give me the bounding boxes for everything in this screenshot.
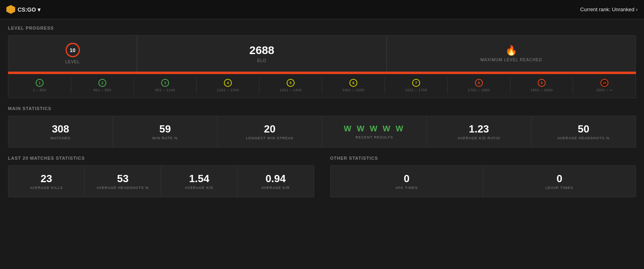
tier-10-range: 2001 – ∞ [596,88,612,92]
kd-ratio-value: 1.23 [469,124,489,134]
other-statistics-section: OTHER STATISTICS 0 AFK TIMES 0 LEAVE TIM… [330,156,636,197]
level-progress-title: LEVEL PROGRESS [8,26,636,30]
last20-kr-label: AVERAGE K/R [261,186,290,190]
tier-5-range: 1251 – 1400 [279,88,302,92]
other-leave-times: 0 LEAVE TIMES [483,165,636,197]
other-stats-cards: 0 AFK TIMES 0 LEAVE TIMES [330,165,636,197]
bottom-sections: LAST 20 MATCHES STATISTICS 23 AVERAGE KI… [8,156,636,197]
tier-4: 4 1101 – 1250 [197,77,259,94]
tier-9-range: 1851 – 2000 [530,88,553,92]
tier-3: 3 951 – 1100 [134,77,197,94]
avg-kills-value: 23 [41,173,52,184]
tier-1-circle: 1 [36,79,44,87]
last20-hs-label: AVERAGE HEADSHOTS % [97,186,149,190]
avg-hs-value: 50 [578,124,589,134]
last20-avg-hs: 53 AVERAGE HEADSHOTS % [85,165,161,197]
last20-avg-kr: 0.94 AVERAGE K/R [237,165,314,197]
afk-times-label: AFK TIMES [395,186,418,190]
tier-9: 9 1851 – 2000 [510,77,573,94]
last20-kd-value: 1.54 [189,173,209,184]
main-statistics-title: MAIN STATISTICS [8,106,636,111]
main-statistics-section: MAIN STATISTICS 308 MATCHES 59 WIN RATE … [8,106,636,148]
other-afk-times: 0 AFK TIMES [330,165,483,197]
win-streak-label: LONGEST WIN STREAK [246,136,293,140]
last20-avg-kills: 23 AVERAGE KILLS [8,165,85,197]
max-label: MAXIMUM LEVEL REACHED [481,58,542,62]
win-rate-label: WIN RATE % [152,136,178,140]
tier-1: 1 1 – 800 [8,77,71,94]
tier-2-range: 801 – 950 [94,88,112,92]
main-content: LEVEL PROGRESS 10 LEVEL 2688 ELO 🔥 MAXIM… [0,19,644,204]
tier-3-circle: 3 [161,79,169,87]
matches-value: 308 [52,124,69,134]
rank-arrow: › [636,6,638,12]
last20-kd-label: AVERAGE K/D [185,186,213,190]
tier-9-circle: 9 [538,79,546,87]
progress-bar-container [8,72,636,74]
tier-6: 6 1401 – 1550 [322,77,385,94]
stat-avg-hs: 50 AVERAGE HEADSHOTS % [531,116,636,148]
level-cards: 10 LEVEL 2688 ELO 🔥 MAXIMUM LEVEL REACHE… [8,35,636,72]
matches-label: MATCHES [50,136,70,140]
tier-8: 8 1701 – 1850 [448,77,510,94]
flame-icon: 🔥 [505,45,517,56]
elo-label: ELO [257,58,266,63]
stat-win-rate: 59 WIN RATE % [113,116,218,148]
tier-5-circle: 5 [287,79,295,87]
csgo-icon [6,5,15,14]
main-stats-cards: 308 MATCHES 59 WIN RATE % 20 LONGEST WIN… [8,116,636,148]
tier-10: 10 2001 – ∞ [573,77,636,94]
afk-times-value: 0 [404,173,409,184]
tier-7-range: 1551 – 1700 [405,88,427,92]
level-label: LEVEL [65,60,80,64]
tier-3-range: 951 – 1100 [155,88,175,92]
level-tiers: 1 1 – 800 2 801 – 950 3 951 – 1100 4 110… [8,74,636,98]
last20-cards: 23 AVERAGE KILLS 53 AVERAGE HEADSHOTS % … [8,165,314,197]
level-value: 10 [70,47,75,53]
tier-7: 7 1551 – 1700 [385,77,448,94]
last20-title: LAST 20 MATCHES STATISTICS [8,156,314,161]
kd-ratio-label: AVERAGE K/D RATIO [458,136,500,140]
last20-avg-kd: 1.54 AVERAGE K/D [161,165,237,197]
tier-2-circle: 2 [98,79,106,87]
rank-label: Current rank: Unranked [580,6,634,12]
tier-6-range: 1401 – 1550 [342,88,365,92]
game-selector[interactable]: CS:GO ▾ [6,5,40,14]
elo-value: 2688 [249,44,274,57]
stat-recent-results: W W W W W RECENT RESULTS [322,116,427,148]
tier-2: 2 801 – 950 [71,77,134,94]
recent-results-value: W W W W W [344,124,405,133]
last20-kr-value: 0.94 [265,173,286,184]
top-bar: CS:GO ▾ Current rank: Unranked › [0,0,644,19]
rank-info: Current rank: Unranked › [580,6,638,12]
last20-hs-value: 53 [117,173,129,184]
stat-kd-ratio: 1.23 AVERAGE K/D RATIO [427,116,532,148]
progress-bar-fill [8,72,636,74]
elo-card: 2688 ELO [137,35,387,72]
avg-kills-label: AVERAGE KILLS [30,186,63,190]
max-level-card: 🔥 MAXIMUM LEVEL REACHED [387,35,636,72]
leave-times-value: 0 [556,173,562,184]
stat-win-streak: 20 LONGEST WIN STREAK [217,116,322,148]
tier-8-circle: 8 [475,79,483,87]
win-rate-value: 59 [160,124,171,134]
last20-section: LAST 20 MATCHES STATISTICS 23 AVERAGE KI… [8,156,314,197]
tier-7-circle: 7 [412,79,420,87]
leave-times-label: LEAVE TIMES [546,186,573,190]
level-card: 10 LEVEL [8,35,137,72]
tier-5: 5 1251 – 1400 [259,77,322,94]
tier-6-circle: 6 [349,79,357,87]
tier-4-circle: 4 [224,79,232,87]
tier-10-circle: 10 [600,79,608,87]
recent-results-label: RECENT RESULTS [355,135,393,139]
stat-matches: 308 MATCHES [8,116,113,148]
tier-8-range: 1701 – 1850 [468,88,490,92]
tier-1-range: 1 – 800 [33,88,46,92]
other-statistics-title: OTHER STATISTICS [330,156,636,161]
level-progress-section: LEVEL PROGRESS 10 LEVEL 2688 ELO 🔥 MAXIM… [8,26,636,98]
tier-4-range: 1101 – 1250 [217,88,239,92]
avg-hs-label: AVERAGE HEADSHOTS % [557,136,610,140]
win-streak-value: 20 [264,124,275,134]
level-circle: 10 [66,43,80,57]
game-label[interactable]: CS:GO ▾ [18,6,40,13]
